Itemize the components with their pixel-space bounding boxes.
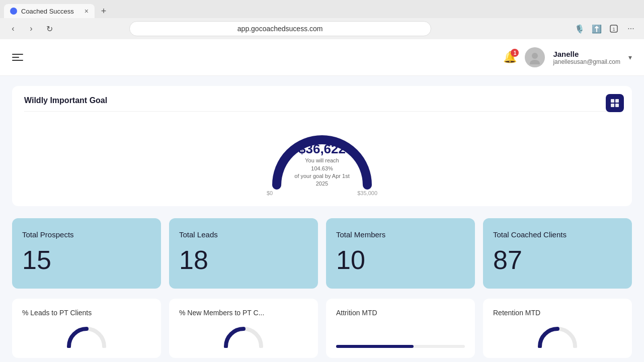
tabs-icon[interactable]: 1 (607, 22, 621, 36)
stats-grid: Total Prospects 15 Total Leads 18 Total … (12, 218, 632, 289)
gauge-wrapper: $36,622 You will reach 104.63% of your g… (267, 125, 377, 190)
bottom-card-label-3: Retention MTD (493, 309, 622, 317)
bottom-grid: % Leads to PT Clients % New Members to P… (12, 299, 632, 358)
tab-label: Coached Success (21, 8, 74, 15)
svg-point-3 (530, 60, 540, 64)
bottom-card-chart-2 (336, 323, 465, 348)
bottom-card-2: Attrition MTD (326, 299, 475, 358)
gauge-container: $36,622 You will reach 104.63% of your g… (24, 120, 620, 196)
tab-favicon (10, 8, 17, 15)
main-content: Wildly Important Goal (0, 76, 644, 362)
tab-close-button[interactable]: × (85, 7, 89, 15)
grid-view-button[interactable] (606, 94, 624, 112)
browser-toolbar: ‹ › ↻ app.gocoachedsucess.com 🎙️ ⬆️ 1 ··… (0, 18, 644, 39)
stat-card-3: Total Coached Clients 87 (483, 218, 632, 289)
gauge-label-right: $35,000 (357, 190, 377, 196)
svg-rect-6 (611, 104, 614, 107)
bottom-card-1: % New Members to PT C... (169, 299, 318, 358)
bottom-card-label-0: % Leads to PT Clients (22, 309, 151, 317)
svg-rect-4 (611, 99, 614, 103)
bottom-card-chart-1 (179, 323, 308, 348)
user-name: Janelle (553, 50, 620, 58)
app-container: 🔔 1 Janelle janellesusan@gmail.com ▾ Wil… (0, 39, 644, 362)
stat-card-2: Total Members 10 (326, 218, 475, 289)
hamburger-line-3 (12, 60, 23, 61)
nav-right: 🔔 1 Janelle janellesusan@gmail.com ▾ (503, 47, 632, 67)
bottom-card-label-1: % New Members to PT C... (179, 309, 308, 317)
browser-tab[interactable]: Coached Success × (4, 4, 95, 18)
toolbar-right: 🎙️ ⬆️ 1 ··· (573, 22, 638, 36)
bottom-card-0: % Leads to PT Clients (12, 299, 161, 358)
avatar (525, 47, 545, 67)
gauge-amount: $36,622 (294, 141, 350, 157)
notification-badge: 1 (511, 49, 519, 57)
gauge-labels: $0 $35,000 (267, 190, 377, 196)
svg-rect-5 (615, 99, 619, 103)
gauge-sub-line1: You will reach 104.63% of your goal by A… (294, 157, 350, 188)
top-nav: 🔔 1 Janelle janellesusan@gmail.com ▾ (0, 39, 644, 76)
hamburger-line-2 (12, 57, 19, 58)
address-bar[interactable]: app.gocoachedsucess.com (129, 21, 431, 36)
gauge-label-left: $0 (267, 190, 273, 196)
user-email: janellesusan@gmail.com (553, 58, 620, 65)
stat-card-value-1: 18 (179, 247, 308, 273)
tab-bar: Coached Success × + (0, 0, 644, 18)
microphone-icon[interactable]: 🎙️ (573, 22, 587, 36)
bottom-card-chart-3 (493, 323, 622, 348)
gauge-center-text: $36,622 You will reach 104.63% of your g… (294, 141, 350, 188)
stat-card-value-0: 15 (22, 247, 151, 273)
stat-card-label-0: Total Prospects (22, 230, 151, 239)
bottom-card-label-2: Attrition MTD (336, 309, 465, 317)
stat-card-1: Total Leads 18 (169, 218, 318, 289)
new-tab-button[interactable]: + (97, 4, 111, 18)
stat-card-label-2: Total Members (336, 230, 465, 239)
share-icon[interactable]: ⬆️ (590, 22, 604, 36)
reload-button[interactable]: ↻ (42, 22, 56, 36)
forward-button[interactable]: › (24, 22, 38, 36)
wig-title: Wildly Important Goal (24, 96, 620, 112)
hamburger-line-1 (12, 54, 23, 55)
more-options-button[interactable]: ··· (624, 22, 638, 36)
stat-card-label-1: Total Leads (179, 230, 308, 239)
stat-card-label-3: Total Coached Clients (493, 230, 622, 239)
bottom-card-3: Retention MTD (483, 299, 632, 358)
svg-text:1: 1 (612, 27, 615, 32)
stat-card-value-2: 10 (336, 247, 465, 273)
svg-rect-7 (615, 104, 619, 107)
wig-card: Wildly Important Goal (12, 86, 632, 206)
user-dropdown-arrow[interactable]: ▾ (628, 53, 632, 61)
bottom-card-chart-0 (22, 323, 151, 348)
stat-card-value-3: 87 (493, 247, 622, 273)
stat-card-0: Total Prospects 15 (12, 218, 161, 289)
user-info: Janelle janellesusan@gmail.com (553, 50, 620, 65)
notification-button[interactable]: 🔔 1 (503, 51, 517, 64)
svg-point-2 (532, 53, 538, 59)
browser-chrome: Coached Success × + ‹ › ↻ app.gocoacheds… (0, 0, 644, 39)
back-button[interactable]: ‹ (6, 22, 20, 36)
hamburger-menu[interactable] (12, 54, 23, 61)
